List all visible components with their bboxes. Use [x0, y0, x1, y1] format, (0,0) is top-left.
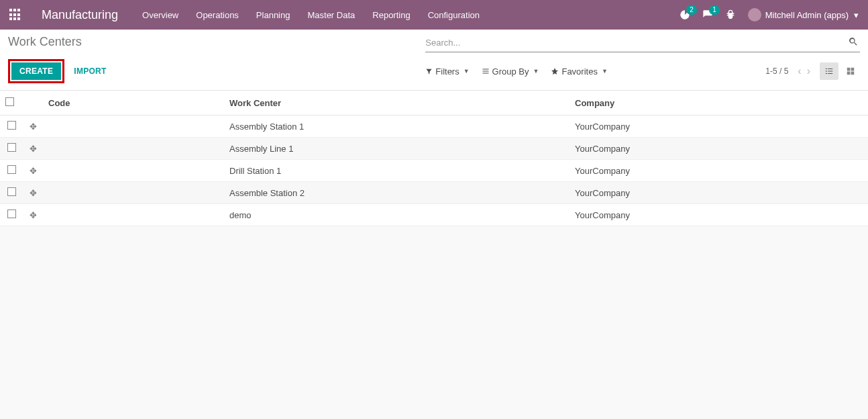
cell-company: YourCompany [569, 138, 868, 160]
kanban-view-icon [846, 66, 855, 76]
caret-down-icon: ▾ [854, 10, 859, 20]
row-checkbox[interactable] [7, 165, 16, 174]
import-button[interactable]: IMPORT [74, 66, 106, 76]
table-row[interactable]: ✥Assembly Line 1YourCompany [0, 138, 868, 160]
drag-handle-icon[interactable]: ✥ [30, 210, 37, 220]
user-name: Mitchell Admin (apps) [765, 10, 849, 20]
filters-dropdown[interactable]: Filters ▼ [425, 66, 469, 77]
cell-code [43, 138, 224, 160]
cell-company: YourCompany [569, 182, 868, 204]
apps-icon[interactable] [9, 9, 21, 21]
kanban-view-button[interactable] [841, 62, 860, 80]
work-centers-table: Code Work Center Company ✥Assembly Stati… [0, 91, 868, 226]
chat-badge: 1 [709, 5, 720, 15]
breadcrumb: Work Centers [8, 35, 425, 49]
menu-planning[interactable]: Planning [256, 10, 290, 20]
chevron-down-icon: ▼ [533, 68, 539, 75]
search-controls: Filters ▼ Group By ▼ Favorites ▼ [425, 66, 608, 77]
drag-handle-icon[interactable]: ✥ [30, 122, 37, 132]
menu-master-data[interactable]: Master Data [307, 10, 355, 20]
chevron-down-icon: ▼ [602, 68, 608, 75]
cell-company: YourCompany [569, 160, 868, 182]
pager-prev[interactable]: ‹ [798, 65, 801, 77]
cell-work-center: Assemble Station 2 [224, 182, 569, 204]
drag-handle-icon[interactable]: ✥ [30, 166, 37, 176]
cell-work-center: Drill Station 1 [224, 160, 569, 182]
cell-code [43, 182, 224, 204]
menu-reporting[interactable]: Reporting [372, 10, 410, 20]
drag-handle-icon[interactable]: ✥ [30, 144, 37, 154]
menu-operations[interactable]: Operations [196, 10, 239, 20]
row-checkbox[interactable] [7, 209, 16, 218]
pager-area: 1-5 / 5 ‹ › [765, 62, 860, 80]
table-row[interactable]: ✥Drill Station 1YourCompany [0, 160, 868, 182]
pager-next[interactable]: › [807, 65, 810, 77]
create-highlight: CREATE [8, 59, 64, 83]
app-brand[interactable]: Manufacturing [42, 8, 118, 22]
select-all-checkbox[interactable] [5, 97, 14, 106]
search-input[interactable] [425, 35, 860, 52]
cell-code [43, 160, 224, 182]
main-menu: Overview Operations Planning Master Data… [142, 10, 680, 20]
cell-code [43, 115, 224, 138]
activity-badge: 2 [686, 5, 697, 15]
cell-code [43, 204, 224, 226]
table-row[interactable]: ✥Assemble Station 2YourCompany [0, 182, 868, 204]
cell-company: YourCompany [569, 115, 868, 138]
filter-icon [425, 68, 433, 75]
chat-icon[interactable]: 1 [702, 9, 713, 20]
list-icon [482, 67, 490, 75]
control-panel: Work Centers CREATE IMPORT Filters ▼ [0, 30, 868, 91]
star-icon [551, 67, 559, 75]
menu-configuration[interactable]: Configuration [428, 10, 480, 20]
nav-right: 2 1 Mitchell Admin (apps) ▾ [680, 8, 859, 21]
favorites-label: Favorites [561, 66, 597, 77]
column-header-company[interactable]: Company [569, 91, 868, 115]
chevron-down-icon: ▼ [464, 68, 470, 75]
favorites-dropdown[interactable]: Favorites ▼ [551, 66, 607, 77]
groupby-label: Group By [492, 66, 529, 77]
menu-overview[interactable]: Overview [142, 10, 178, 20]
groupby-dropdown[interactable]: Group By ▼ [482, 66, 539, 77]
cell-work-center: Assembly Line 1 [224, 138, 569, 160]
row-checkbox[interactable] [7, 187, 16, 196]
filters-label: Filters [435, 66, 459, 77]
cell-work-center: demo [224, 204, 569, 226]
search-wrap [425, 35, 860, 52]
cell-work-center: Assembly Station 1 [224, 115, 569, 138]
pager-text[interactable]: 1-5 / 5 [765, 66, 788, 76]
table-row[interactable]: ✥Assembly Station 1YourCompany [0, 115, 868, 138]
table-row[interactable]: ✥demoYourCompany [0, 204, 868, 226]
column-header-work-center[interactable]: Work Center [224, 91, 569, 115]
avatar-icon [748, 8, 761, 21]
activity-icon[interactable]: 2 [680, 9, 690, 20]
list-view-icon [824, 66, 834, 76]
cell-company: YourCompany [569, 204, 868, 226]
column-header-code[interactable]: Code [43, 91, 224, 115]
create-button[interactable]: CREATE [11, 62, 61, 80]
search-icon[interactable] [848, 36, 859, 49]
top-navbar: Manufacturing Overview Operations Planni… [0, 0, 868, 30]
list-view-button[interactable] [820, 62, 838, 80]
bug-icon[interactable] [725, 9, 736, 20]
user-menu[interactable]: Mitchell Admin (apps) ▾ [748, 8, 859, 21]
drag-handle-icon[interactable]: ✥ [30, 188, 37, 198]
row-checkbox[interactable] [7, 143, 16, 152]
row-checkbox[interactable] [7, 121, 16, 130]
